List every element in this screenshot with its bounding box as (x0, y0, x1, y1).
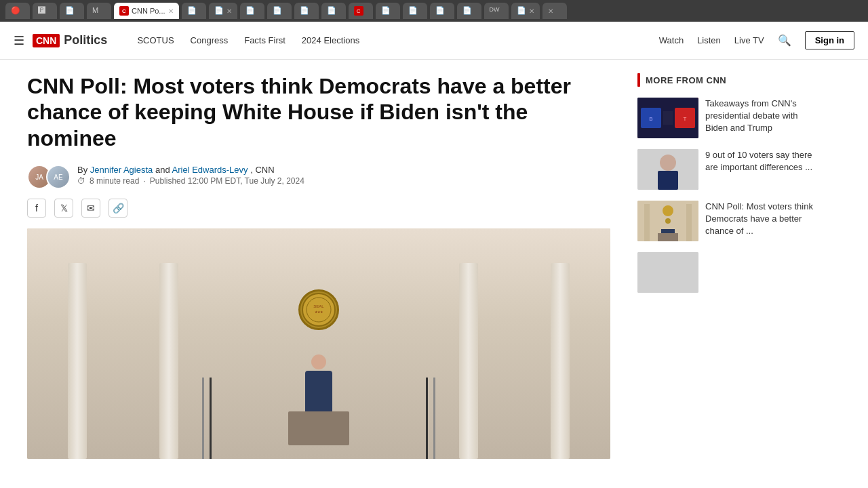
svg-rect-14 (644, 204, 650, 241)
svg-point-16 (663, 205, 673, 216)
sidebar-card-text-1: Takeaways from CNN's presidential debate… (705, 98, 814, 138)
tab-dw[interactable]: DW (484, 3, 509, 19)
tab-favicon-4: M (92, 6, 102, 16)
tab-7[interactable]: 📄 ✕ (209, 3, 237, 19)
tab-15[interactable]: 📄 (430, 3, 454, 19)
svg-text:T: T (684, 116, 687, 122)
main-content: CNN Poll: Most voters think Democrats ha… (0, 60, 868, 472)
clock-icon: ⏱ (77, 176, 85, 186)
tab-3[interactable]: 📄 (60, 3, 84, 19)
nav-live-tv[interactable]: Live TV (734, 35, 764, 45)
tab-1[interactable]: 🔴 (5, 3, 30, 19)
hero-image: SEAL ★★★ (27, 228, 610, 459)
nav-links: SCOTUS Congress Facts First 2024 Electio… (137, 35, 359, 45)
podium-thumb-svg (637, 201, 698, 241)
column-left-1 (68, 263, 87, 459)
tab-18[interactable]: 📄 ✕ (511, 3, 540, 19)
tab-9[interactable]: 📄 (267, 3, 292, 19)
facebook-share-button[interactable]: f (27, 199, 46, 218)
org-text: , CNN (250, 165, 274, 175)
author-link-2[interactable]: Ariel Edwards-Levy (172, 165, 248, 175)
tab-close-18[interactable]: ✕ (529, 7, 534, 15)
tab-13[interactable]: 📄 (376, 3, 400, 19)
column-right-2 (551, 263, 570, 459)
nav-listen[interactable]: Listen (697, 35, 721, 45)
figure-head (311, 354, 326, 369)
navbar: ☰ CNN Politics SCOTUS Congress Facts Fir… (0, 22, 868, 60)
meta-text: By Jennifer Agiesta and Ariel Edwards-Le… (77, 165, 304, 186)
tab-12[interactable]: C (349, 3, 373, 19)
and-text: and (155, 165, 172, 175)
sidebar-card-3[interactable]: CNN Poll: Most voters think Democrats ha… (637, 201, 814, 241)
sidebar-card-1[interactable]: B T Takeaways from CNN's presidential de… (637, 98, 814, 138)
tab-19[interactable]: ✕ (542, 3, 567, 19)
flags-right (426, 378, 435, 459)
flag-pole-left-2 (210, 378, 212, 459)
nav-link-facts-first[interactable]: Facts First (244, 35, 285, 45)
tab-favicon-3: 📄 (65, 6, 75, 16)
seal-svg: SEAL ★★★ (302, 293, 336, 327)
presidential-seal: SEAL ★★★ (298, 289, 339, 330)
tab-10[interactable]: 📄 (294, 3, 319, 19)
svg-rect-19 (658, 233, 678, 241)
tab-label-cnn: CNN Po... (132, 7, 165, 15)
search-icon[interactable]: 🔍 (778, 34, 791, 47)
sign-in-button[interactable]: Sign in (805, 31, 854, 49)
tab-4[interactable]: M (87, 3, 111, 19)
tab-favicon-2: 🅿 (38, 6, 47, 16)
trump-thumb-svg (637, 149, 698, 190)
tab-8[interactable]: 📄 (240, 3, 264, 19)
nav-link-scotus[interactable]: SCOTUS (137, 35, 174, 45)
email-share-button[interactable]: ✉ (81, 199, 100, 218)
nav-link-2024-elections[interactable]: 2024 Elections (302, 35, 359, 45)
tab-favicon-13: 📄 (381, 6, 391, 16)
podium-stand (288, 411, 349, 445)
gray-thumb-svg (637, 252, 698, 293)
tab-14[interactable]: 📄 (403, 3, 427, 19)
link-copy-button[interactable]: 🔗 (108, 199, 127, 218)
tab-cnn-politics[interactable]: C CNN Po... ✕ (114, 3, 179, 19)
svg-point-11 (660, 155, 676, 171)
tab-favicon-9: 📄 (273, 6, 282, 16)
svg-rect-15 (686, 204, 692, 241)
flag-pole-right-2 (433, 378, 435, 459)
tab-16[interactable]: 📄 (457, 3, 481, 19)
tab-favicon-cnn: C (119, 6, 129, 16)
tab-favicon-1: 🔴 (11, 6, 20, 16)
hamburger-menu-icon[interactable]: ☰ (14, 33, 24, 48)
svg-text:SEAL: SEAL (313, 304, 324, 308)
sidebar-card-2[interactable]: 9 out of 10 voters say there are importa… (637, 149, 814, 190)
sidebar-card-4[interactable] (637, 252, 814, 293)
tab-favicon-7: 📄 (214, 6, 224, 16)
tab-close-cnn[interactable]: ✕ (168, 7, 174, 15)
twitter-share-button[interactable]: 𝕏 (54, 199, 73, 218)
sidebar-thumb-4 (637, 252, 698, 293)
svg-text:★★★: ★★★ (315, 310, 323, 314)
tab-11[interactable]: 📄 (321, 3, 346, 19)
tab-favicon-14: 📄 (408, 6, 418, 16)
sidebar-thumb-1: B T (637, 98, 698, 138)
svg-rect-12 (658, 171, 678, 190)
author-avatars: JA AE (27, 165, 71, 189)
tab-favicon-18: 📄 (517, 6, 526, 16)
read-time: 8 minute read (90, 176, 139, 186)
column-left-2 (159, 263, 178, 459)
svg-rect-20 (637, 252, 698, 293)
tab-6[interactable]: 📄 (182, 3, 206, 19)
flag-pole-right-1 (426, 378, 428, 459)
more-label: MORE FROM CNN (646, 75, 726, 85)
browser-chrome: 🔴 🅿 📄 M C CNN Po... ✕ 📄 📄 ✕ 📄 📄 📄 📄 C 📄 … (0, 0, 868, 22)
nav-watch[interactable]: Watch (659, 35, 684, 45)
tab-close-19[interactable]: ✕ (548, 7, 553, 15)
tab-favicon-8: 📄 (245, 6, 255, 16)
author-link-1[interactable]: Jennifer Agiesta (90, 165, 153, 175)
tab-2[interactable]: 🅿 (33, 3, 57, 19)
tab-close-7[interactable]: ✕ (226, 7, 232, 15)
flag-pole-left-1 (202, 378, 204, 459)
by-text: By (77, 165, 87, 175)
nav-link-congress[interactable]: Congress (191, 35, 229, 45)
author-line: By Jennifer Agiesta and Ariel Edwards-Le… (77, 165, 304, 175)
sidebar-card-text-3: CNN Poll: Most voters think Democrats ha… (705, 201, 814, 241)
cnn-logo-area[interactable]: CNN Politics (33, 33, 107, 47)
more-header: MORE FROM CNN (637, 73, 814, 87)
